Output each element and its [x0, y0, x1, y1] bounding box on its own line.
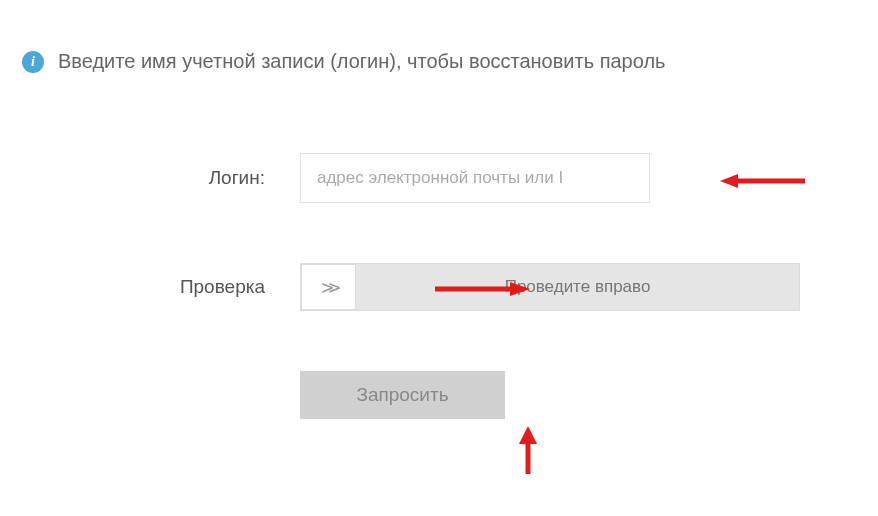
login-row: Логин:	[0, 153, 878, 203]
arrow-annotation-icon	[720, 171, 810, 185]
instruction-text: Введите имя учетной записи (логин), чтоб…	[58, 50, 666, 73]
slider-instruction: Проведите вправо	[356, 277, 799, 297]
verify-row: Проверка >> Проведите вправо	[0, 263, 878, 311]
slider-handle[interactable]: >>	[301, 264, 356, 310]
arrow-annotation-icon	[430, 279, 530, 299]
captcha-slider[interactable]: >> Проведите вправо	[300, 263, 800, 311]
verify-label: Проверка	[0, 276, 300, 298]
svg-marker-3	[510, 282, 530, 296]
submit-row: Запросить	[0, 371, 878, 419]
svg-marker-5	[519, 426, 537, 444]
info-icon: i	[22, 51, 44, 73]
chevron-right-icon: >>	[321, 275, 335, 299]
submit-button[interactable]: Запросить	[300, 371, 505, 419]
login-input[interactable]	[300, 153, 650, 203]
svg-marker-1	[720, 174, 738, 188]
password-recovery-form: Логин: Проверка >> Проведите вправо Запр…	[0, 73, 878, 419]
arrow-annotation-icon	[516, 426, 540, 476]
login-label: Логин:	[0, 167, 300, 189]
instruction-row: i Введите имя учетной записи (логин), чт…	[0, 0, 878, 73]
